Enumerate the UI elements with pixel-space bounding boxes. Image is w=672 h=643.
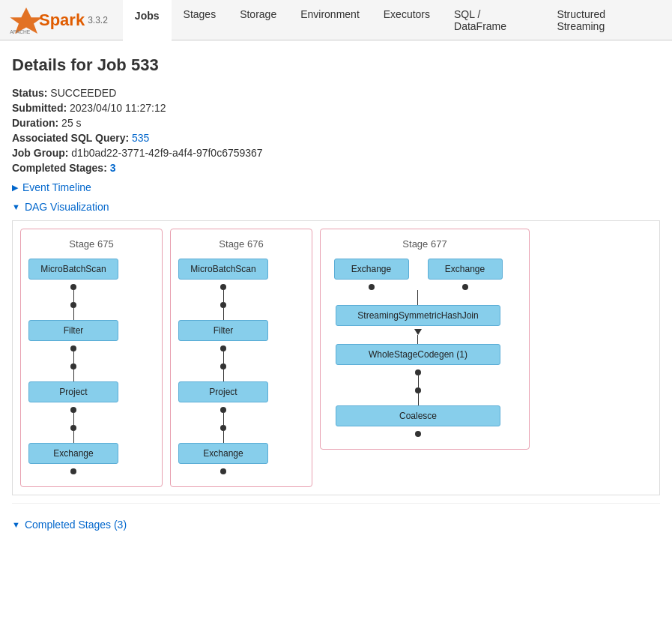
- completed-stages-arrow-icon: ▼: [12, 520, 20, 529]
- nav-tab-environment[interactable]: Environment: [288, 0, 372, 46]
- arrow9: [223, 351, 224, 363]
- dot15: [369, 284, 375, 290]
- nav-tab-executors[interactable]: Executors: [372, 0, 442, 46]
- stage-675-microbatchscan: MicroBatchScan: [28, 259, 118, 280]
- stage-675-project: Project: [28, 381, 118, 402]
- arrow12: [223, 431, 224, 443]
- dot2: [70, 302, 76, 308]
- dot9: [220, 302, 226, 308]
- dot10: [220, 345, 226, 351]
- nav-tab-structured-streaming[interactable]: Structured Streaming: [545, 0, 665, 46]
- stage-676-project: Project: [178, 381, 268, 402]
- completed-stages-label: Completed Stages:: [12, 162, 107, 174]
- sql-query-link[interactable]: 535: [132, 132, 149, 144]
- dot19: [415, 431, 421, 437]
- dot13: [220, 425, 226, 431]
- stage-675-inner: MicroBatchScan Filter Project Exchange: [28, 259, 118, 474]
- stage-676-title: Stage 676: [178, 238, 304, 250]
- arrow4: [73, 369, 74, 381]
- nav-tab-jobs[interactable]: Jobs: [123, 0, 172, 46]
- arrow6: [73, 431, 74, 443]
- event-timeline-arrow-icon: ▶: [12, 183, 18, 193]
- arrow14: [417, 335, 419, 344]
- nav-tab-storage[interactable]: Storage: [228, 0, 288, 46]
- dot7: [70, 468, 76, 474]
- duration-value: 25 s: [61, 117, 81, 129]
- stage-676-exchange: Exchange: [178, 443, 268, 464]
- stage-676-inner: MicroBatchScan Filter Project Exchange: [178, 259, 268, 474]
- page-title: Details for Job 533: [12, 55, 660, 75]
- status-value: SUCCEEDED: [50, 87, 116, 99]
- stage-677-coalesce: Coalesce: [336, 405, 500, 426]
- event-timeline-label: Event Timeline: [22, 181, 91, 193]
- stage-677-exchange-right: Exchange: [428, 259, 503, 280]
- app-version: 3.3.2: [88, 15, 108, 25]
- stage-676-filter: Filter: [178, 320, 268, 341]
- arrow16: [418, 393, 419, 405]
- dag-label: DAG Visualization: [25, 201, 109, 213]
- dot6: [70, 425, 76, 431]
- duration-row: Duration: 25 s: [12, 117, 660, 129]
- stage-676-microbatchscan: MicroBatchScan: [178, 259, 268, 280]
- stage-677-box: Stage 677 Exchange Exchange: [320, 229, 530, 450]
- submitted-label: Submitted:: [12, 102, 67, 114]
- dag-toggle[interactable]: ▼ DAG Visualization: [12, 201, 660, 213]
- sql-query-row: Associated SQL Query: 535: [12, 132, 660, 144]
- job-info: Status: SUCCEEDED Submitted: 2023/04/10 …: [12, 87, 660, 174]
- completed-stages-toggle[interactable]: ▼ Completed Stages (3): [12, 519, 660, 531]
- arrow5: [73, 413, 74, 425]
- stage-677-wholestagecodegen: WholeStageCodegen (1): [336, 344, 500, 365]
- stage-675-box: Stage 675 MicroBatchScan Filter Project: [20, 229, 163, 487]
- main-content: Details for Job 533 Status: SUCCEEDED Su…: [0, 40, 672, 549]
- dot12: [220, 407, 226, 413]
- dot18: [415, 387, 421, 393]
- dag-arrow-icon: ▼: [12, 202, 20, 211]
- dot11: [220, 363, 226, 369]
- spark-name: Spark: [39, 10, 85, 30]
- nav-tab-sql[interactable]: SQL / DataFrame: [442, 0, 545, 46]
- nav-tab-stages[interactable]: Stages: [172, 0, 228, 46]
- nav-tabs: Jobs Stages Storage Environment Executor…: [123, 0, 665, 46]
- stage-675-title: Stage 675: [28, 238, 154, 250]
- dot17: [415, 369, 421, 375]
- arrow11: [223, 413, 224, 425]
- completed-stages-section-label: Completed Stages (3): [25, 519, 127, 531]
- job-group-row: Job Group: d1b0ad22-3771-42f9-a4f4-97f0c…: [12, 147, 660, 159]
- dag-stages-container: Stage 675 MicroBatchScan Filter Project: [20, 229, 652, 487]
- navbar: APACHE Spark 3.3.2 Jobs Stages Storage E…: [0, 0, 672, 40]
- submitted-value: 2023/04/10 11:27:12: [70, 102, 166, 114]
- stage-677-inner: Exchange Exchange StreamingSymmetricHash…: [328, 259, 508, 437]
- status-label: Status:: [12, 87, 47, 99]
- arrow15: [418, 375, 419, 387]
- app-logo: APACHE Spark 3.3.2: [7, 5, 108, 35]
- arrow3: [73, 351, 74, 363]
- dot5: [70, 407, 76, 413]
- dot3: [70, 345, 76, 351]
- event-timeline-toggle[interactable]: ▶ Event Timeline: [12, 181, 660, 193]
- dag-visualization: Stage 675 MicroBatchScan Filter Project: [12, 220, 660, 495]
- section-divider: [12, 503, 660, 504]
- submitted-row: Submitted: 2023/04/10 11:27:12: [12, 102, 660, 114]
- arrow7: [223, 290, 224, 302]
- completed-stages-count[interactable]: 3: [110, 162, 116, 174]
- arrow8: [223, 308, 224, 320]
- job-group-value: d1b0ad22-3771-42f9-a4f4-97f0c6759367: [71, 147, 262, 159]
- completed-stages-row: Completed Stages: 3: [12, 162, 660, 174]
- stage-677-exchange-left: Exchange: [334, 259, 409, 280]
- stage-675-exchange: Exchange: [28, 443, 118, 464]
- dot1: [70, 284, 76, 290]
- job-group-label: Job Group:: [12, 147, 68, 159]
- dot16: [462, 284, 468, 290]
- stage-677-top-exchanges: Exchange Exchange: [328, 259, 508, 290]
- arrow13: [417, 290, 419, 305]
- arrow2: [73, 308, 74, 320]
- dot8: [220, 284, 226, 290]
- dot4: [70, 363, 76, 369]
- status-row: Status: SUCCEEDED: [12, 87, 660, 99]
- stage-677-title: Stage 677: [328, 238, 521, 250]
- stage-675-filter: Filter: [28, 320, 118, 341]
- duration-label: Duration:: [12, 117, 58, 129]
- svg-text:APACHE: APACHE: [10, 28, 30, 34]
- dot14: [220, 468, 226, 474]
- stage-677-hashjoip: StreamingSymmetricHashJoin: [336, 305, 500, 326]
